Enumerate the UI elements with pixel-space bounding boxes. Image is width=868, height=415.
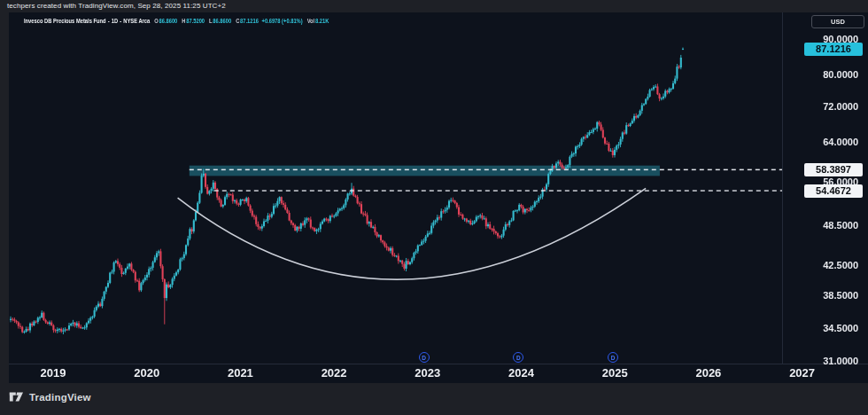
- legend-separator: -: [120, 17, 121, 25]
- year-label: 2027: [783, 366, 822, 380]
- price-tick: 34.5000: [823, 323, 858, 333]
- year-label: 2024: [502, 366, 541, 380]
- price-tick: 80.0000: [823, 69, 858, 80]
- symbol-legend[interactable]: Invesco DB Precious Metals Fund - 1D - N…: [24, 17, 329, 25]
- low-label: L: [209, 17, 213, 25]
- chart-panel: Invesco DB Precious Metals Fund - 1D - N…: [9, 12, 868, 383]
- price-tick: 64.0000: [823, 137, 858, 147]
- price-tick: 38.5000: [823, 290, 858, 301]
- price-tick: 48.5000: [823, 220, 858, 231]
- year-label: 2019: [34, 366, 73, 380]
- price-tick: 31.0000: [823, 356, 858, 366]
- year-label: 2021: [221, 366, 260, 380]
- tradingview-chart-screenshot: techpers created with TradingView.com, S…: [0, 0, 868, 415]
- price-tick: 42.5000: [823, 260, 858, 270]
- resistance-level-label: 58.3897: [804, 163, 863, 176]
- symbol-title: Invesco DB Precious Metals Fund: [24, 17, 106, 25]
- volume-value: 8.21K: [315, 17, 329, 25]
- high-label: H: [182, 17, 185, 25]
- watermark-text: techpers created with TradingView.com, S…: [7, 0, 226, 12]
- close-label: C: [236, 17, 239, 25]
- change-value: +0.6978 (+0.81%): [262, 17, 303, 25]
- year-label: 2023: [408, 366, 447, 380]
- price-chart-canvas[interactable]: [9, 12, 782, 364]
- year-label: 2020: [128, 366, 167, 380]
- year-label: 2022: [314, 366, 353, 380]
- tradingview-logo-icon: [9, 390, 24, 403]
- dividend-marker[interactable]: D: [608, 352, 618, 363]
- close-value: 87.1216: [240, 17, 259, 25]
- open-label: O: [154, 17, 158, 25]
- support-level-label: 54.4672: [804, 184, 863, 198]
- dividend-marker[interactable]: D: [419, 352, 430, 363]
- low-value: 86.8600: [213, 17, 231, 25]
- interval-label: 1D: [112, 17, 118, 25]
- year-label: 2025: [595, 366, 634, 380]
- last-price-label: 87.1216: [804, 43, 863, 56]
- currency-toggle-button[interactable]: USD: [811, 15, 864, 28]
- legend-separator: -: [108, 17, 110, 25]
- high-value: 87.5200: [186, 17, 205, 25]
- year-label: 2026: [689, 366, 728, 380]
- time-axis[interactable]: 201920202021202220232024202520262027: [9, 364, 868, 383]
- volume-label: Vol: [307, 17, 315, 25]
- exchange-label: NYSE Arca: [123, 17, 150, 25]
- footer-branding[interactable]: TradingView: [9, 390, 91, 403]
- open-value: 86.8600: [159, 17, 177, 25]
- price-tick: 72.0000: [823, 101, 858, 112]
- brand-name: TradingView: [29, 392, 91, 403]
